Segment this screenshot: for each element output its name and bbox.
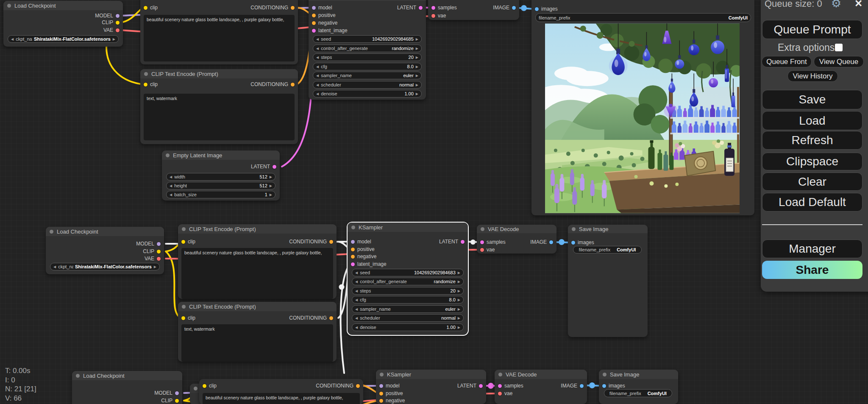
prompt-textarea[interactable]: text, watermark (144, 94, 295, 140)
latent-slot-dot[interactable] (498, 384, 502, 388)
clear-button[interactable]: Clear (762, 173, 862, 191)
right-arrow-icon[interactable]: ▶ (458, 289, 460, 293)
model-slot-dot[interactable] (312, 6, 316, 10)
left-arrow-icon[interactable]: ◀ (316, 37, 319, 41)
denoise-widget[interactable]: ◀denoise1.00▶ (313, 90, 422, 98)
right-arrow-icon[interactable]: ▶ (458, 326, 460, 329)
conditioning-slot-dot[interactable] (312, 14, 316, 17)
node-load-checkpoint-bottom[interactable]: Load Checkpoint MODEL CLIP (72, 371, 182, 404)
model-slot-dot[interactable] (116, 14, 120, 18)
left-arrow-icon[interactable]: ◀ (11, 37, 14, 41)
scheduler-widget[interactable]: ◀schedulernormal▶ (313, 81, 422, 89)
right-arrow-icon[interactable]: ▶ (113, 37, 115, 41)
batch-size-widget[interactable]: ◀batch_size1▶ (166, 191, 275, 198)
node-ksampler-mid-selected[interactable]: KSampler model positive negative latent_… (348, 223, 468, 335)
view-queue-button[interactable]: View Queue (814, 56, 864, 67)
node-vae-decode-top[interactable]: samples vae IMAGE (428, 0, 519, 20)
image-slot-dot[interactable] (512, 6, 516, 10)
conditioning-slot-dot[interactable] (379, 392, 383, 396)
clip-slot-dot[interactable] (157, 250, 161, 254)
vae-slot-dot[interactable] (498, 392, 502, 396)
conditioning-slot-dot[interactable] (379, 399, 383, 403)
node-load-checkpoint-mid[interactable]: Load Checkpoint MODEL CLIP VAE ◀ckpt_nam… (46, 227, 164, 274)
right-arrow-icon[interactable]: ▶ (416, 92, 418, 96)
queue-prompt-button[interactable]: Queue Prompt (762, 20, 862, 39)
settings-gear-icon[interactable]: ⚙ (831, 0, 841, 10)
conditioning-slot-dot[interactable] (329, 240, 333, 244)
prompt-textarea[interactable]: beautiful scenery nature glass bottle la… (181, 248, 333, 299)
node-vae-decode-mid[interactable]: VAE Decode samples vae IMAGE (477, 225, 556, 254)
conditioning-slot-dot[interactable] (329, 316, 333, 320)
image-slot-dot[interactable] (602, 384, 606, 388)
right-arrow-icon[interactable]: ▶ (416, 65, 418, 69)
clip-slot-dot[interactable] (203, 384, 206, 388)
clip-slot-dot[interactable] (144, 6, 147, 10)
latent-slot-dot[interactable] (312, 29, 316, 33)
right-arrow-icon[interactable]: ▶ (458, 307, 460, 311)
vae-slot-dot[interactable] (480, 248, 484, 252)
cfg-widget[interactable]: ◀cfg8.0▶ (352, 296, 464, 304)
right-arrow-icon[interactable]: ▶ (270, 175, 272, 179)
clip-slot-dot[interactable] (116, 21, 120, 25)
conditioning-slot-dot[interactable] (291, 6, 295, 10)
steps-widget[interactable]: ◀steps20▶ (352, 287, 464, 295)
latent-slot-dot[interactable] (273, 165, 276, 169)
cfg-widget[interactable]: ◀cfg8.0▶ (313, 63, 422, 70)
latent-slot-dot[interactable] (461, 240, 465, 244)
node-empty-latent-image[interactable]: Empty Latent Image LATENT ◀width512▶ ◀he… (162, 150, 280, 201)
conditioning-slot-dot[interactable] (356, 384, 360, 388)
node-ksampler-top[interactable]: KSampler model positive negative latent_… (309, 0, 426, 100)
left-arrow-icon[interactable]: ◀ (316, 56, 319, 59)
clipspace-button[interactable]: Clipspace (762, 153, 862, 170)
filename-prefix-widget[interactable]: filename_prefixComfyUI (604, 389, 672, 397)
conditioning-slot-dot[interactable] (291, 83, 295, 86)
sampler-name-widget[interactable]: ◀sampler_nameeuler▶ (313, 72, 422, 79)
node-clip-encode-negative-top[interactable]: CLIP Text Encode (Prompt) clip CONDITION… (140, 69, 298, 144)
left-arrow-icon[interactable]: ◀ (316, 47, 319, 50)
right-arrow-icon[interactable]: ▶ (416, 56, 418, 59)
control-after-generate-widget[interactable]: ◀control_after_generaterandomize▶ (313, 45, 422, 52)
left-arrow-icon[interactable]: ◀ (170, 193, 172, 197)
left-arrow-icon[interactable]: ◀ (53, 265, 56, 269)
preview-image[interactable] (545, 23, 740, 213)
left-arrow-icon[interactable]: ◀ (355, 316, 358, 320)
image-slot-dot[interactable] (580, 384, 584, 388)
latent-slot-dot[interactable] (479, 384, 483, 388)
vae-slot-dot[interactable] (116, 28, 120, 32)
right-arrow-icon[interactable]: ▶ (458, 316, 460, 320)
node-save-image-top[interactable]: images filename_prefixComfyUI (531, 0, 754, 215)
extra-options-checkbox[interactable] (835, 44, 843, 51)
share-button[interactable]: Share (762, 261, 862, 279)
left-arrow-icon[interactable]: ◀ (355, 271, 358, 275)
width-widget[interactable]: ◀width512▶ (166, 173, 275, 181)
scheduler-widget[interactable]: ◀schedulernormal▶ (352, 314, 464, 322)
clip-slot-dot[interactable] (144, 83, 147, 86)
filename-prefix-widget[interactable]: filename_prefixComfyUI (535, 13, 751, 22)
filename-prefix-widget[interactable]: filename_prefixComfyUI (573, 246, 642, 254)
node-clip-encode-negative-mid[interactable]: CLIP Text Encode (Prompt) clip CONDITION… (178, 302, 337, 362)
denoise-widget[interactable]: ◀denoise1.00▶ (352, 323, 464, 331)
control-after-generate-widget[interactable]: ◀control_after_generaterandomize▶ (352, 278, 464, 285)
ckpt-name-widget[interactable]: ◀ckpt_namShiratakiMix-FlatColor.safetens… (50, 263, 160, 270)
model-slot-dot[interactable] (157, 242, 161, 246)
latent-slot-dot[interactable] (351, 262, 355, 266)
left-arrow-icon[interactable]: ◀ (355, 298, 358, 302)
image-slot-dot[interactable] (549, 240, 553, 244)
prompt-textarea[interactable]: beautiful scenery nature glass bottle la… (144, 15, 295, 61)
model-slot-dot[interactable] (379, 384, 383, 388)
close-icon[interactable]: ✕ (854, 0, 862, 9)
clip-slot-dot[interactable] (181, 316, 185, 320)
right-arrow-icon[interactable]: ▶ (416, 83, 418, 87)
node-clip-encode-positive-top[interactable]: CLIP Text Encode (Prompt) clip CONDITION… (140, 0, 298, 64)
load-button[interactable]: Load (762, 111, 862, 130)
model-slot-dot[interactable] (175, 391, 179, 395)
save-button[interactable]: Save (762, 90, 862, 109)
node-ksampler-bottom[interactable]: KSampler model positive negative LATENT (376, 370, 486, 404)
ckpt-name-widget[interactable]: ◀ckpt_namShiratakiMix-FlatColor.safetens… (8, 35, 119, 43)
height-widget[interactable]: ◀height512▶ (166, 182, 275, 189)
left-arrow-icon[interactable]: ◀ (355, 289, 358, 293)
left-arrow-icon[interactable]: ◀ (355, 307, 358, 311)
left-arrow-icon[interactable]: ◀ (170, 175, 172, 179)
right-arrow-icon[interactable]: ▶ (458, 298, 460, 302)
node-save-image-mid[interactable]: Save Image images filename_prefixComfyUI (568, 225, 648, 337)
